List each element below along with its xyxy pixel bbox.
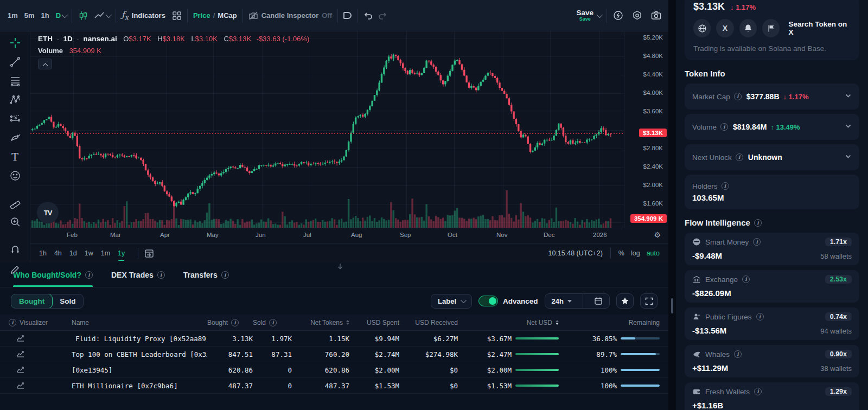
info-icon[interactable]: i [221, 271, 229, 279]
flow-card-smart-money[interactable]: Smart Moneyi-$9.48M1.71x58 wallets [685, 233, 859, 265]
token-info-card-next-unlock[interactable]: Next UnlockiUnknown [685, 144, 859, 170]
forecast-tool[interactable] [9, 113, 22, 125]
visualizer-cell[interactable] [9, 365, 72, 375]
alerts-bell-button[interactable] [739, 19, 757, 37]
info-icon[interactable]: i [720, 123, 728, 131]
info-icon[interactable]: i [231, 319, 239, 326]
header-bought[interactable]: Boughti [207, 319, 253, 326]
percent-scale-button[interactable]: % [618, 249, 624, 257]
table-row[interactable]: ETH Millionaire [0x7c9ba6]487.370487.37$… [0, 378, 668, 394]
month-tick-Apr[interactable]: Apr [160, 232, 170, 238]
range-4h[interactable]: 4h [54, 249, 62, 257]
fib-lines-tool[interactable] [9, 75, 22, 87]
header-usd-spent[interactable]: USD Spent [349, 319, 399, 326]
advanced-toggle[interactable] [478, 296, 498, 306]
legend-collapse-button[interactable] [38, 59, 52, 69]
month-tick-Oct[interactable]: Oct [448, 232, 457, 238]
header-visualizer[interactable]: iVisualizer [9, 319, 72, 326]
table-row[interactable]: [0xe13945]620.860620.86$2.00M$0$2.00M100… [0, 362, 668, 378]
magnet-tool[interactable] [9, 243, 22, 255]
line-style-chevron-icon[interactable] [106, 11, 112, 17]
timeframe-5m[interactable]: 5m [24, 11, 35, 20]
crosshair-tool[interactable] [9, 37, 22, 49]
info-icon[interactable]: i [734, 93, 742, 100]
ruler-tool[interactable] [9, 197, 22, 209]
log-scale-button[interactable]: log [631, 249, 640, 257]
table-row[interactable]: Top 100 on CBETH Leaderboard [0x3…847.51… [0, 347, 668, 362]
save-button[interactable]: Save Save [576, 9, 593, 22]
candle-style-icon[interactable] [78, 10, 88, 21]
info-icon[interactable]: i [754, 219, 762, 227]
tradingview-logo[interactable]: TV [37, 202, 59, 223]
header-remaining[interactable]: Remaining [559, 319, 660, 326]
range-1y[interactable]: 1y [118, 249, 125, 257]
axis-settings-gear-icon[interactable]: ⚙ [654, 230, 661, 239]
pattern-tool[interactable] [9, 94, 22, 106]
chevron-down-icon[interactable] [845, 92, 852, 101]
alert-icon[interactable] [612, 10, 624, 21]
clock[interactable]: 10:15:48 (UTC+2) [548, 249, 602, 257]
trendline-tool[interactable] [9, 56, 22, 68]
timeframe-1m[interactable]: 1m [8, 11, 18, 20]
token-info-card-market-cap[interactable]: Market Capi$377.88B↓ 1.17% [685, 84, 859, 110]
vertical-scrollbar[interactable] [671, 298, 673, 313]
timeframe-chevron-icon[interactable] [62, 11, 68, 17]
d-icon[interactable] [343, 12, 352, 19]
flow-card-whales[interactable]: Whalesi+$11.29M0.90x38 wallets [685, 345, 859, 377]
range-1m[interactable]: 1m [101, 249, 110, 257]
chevron-down-icon[interactable] [845, 123, 852, 131]
timeframe-1h[interactable]: 1h [41, 11, 49, 20]
chart-legend[interactable]: ETH · 1D · nansen.ai O$3.17K H$3.18K L$3… [38, 35, 309, 43]
info-icon[interactable]: i [756, 313, 764, 321]
flow-card-public-figures[interactable]: Public Figuresi-$13.56M0.74x94 wallets [685, 308, 859, 340]
brush-tool[interactable] [9, 132, 22, 144]
text-tool[interactable]: T [9, 151, 22, 163]
header-net-tokens[interactable]: Net Tokens [292, 319, 349, 326]
chart-line-icon[interactable] [16, 381, 25, 391]
timeframe-D[interactable]: D [56, 11, 61, 20]
range-1w[interactable]: 1w [85, 249, 93, 257]
month-tick-Aug[interactable]: Aug [351, 232, 362, 238]
info-icon[interactable]: i [9, 319, 16, 326]
name-cell[interactable]: ETH Millionaire [0x7c9ba6] [72, 382, 207, 390]
tab-transfers[interactable]: Transfersi [183, 262, 229, 287]
header-net-usd[interactable]: Net USD [458, 319, 559, 326]
chart-line-icon[interactable] [16, 365, 25, 375]
emoji-tool[interactable] [9, 170, 22, 182]
fx-icon[interactable]: ƒx [122, 10, 129, 21]
info-icon[interactable]: i [734, 350, 742, 358]
month-tick-May[interactable]: May [207, 232, 219, 238]
website-globe-button[interactable] [693, 19, 711, 37]
tab-who-bought-sold-[interactable]: Who Bought/Sold?i [13, 262, 93, 287]
visualizer-cell[interactable] [9, 334, 72, 344]
info-icon[interactable]: i [269, 319, 277, 326]
time-range-value[interactable]: 24h [545, 294, 578, 308]
auto-scale-button[interactable]: auto [647, 249, 660, 257]
save-chevron-icon[interactable] [597, 11, 603, 17]
flow-card-fresh-wallets[interactable]: Fresh Walletsi+$1.16B1.29x [685, 382, 859, 410]
tab-dex-trades[interactable]: DEX Tradesi [111, 262, 165, 287]
search-token-on-x[interactable]: Search Token on X [788, 20, 851, 36]
redo-icon[interactable] [378, 10, 388, 21]
camera-icon[interactable] [650, 10, 662, 21]
layout-grid-icon[interactable] [172, 11, 182, 21]
price-mode-button[interactable]: Price [193, 11, 210, 20]
name-cell[interactable]: [0xe13945] [72, 366, 207, 374]
month-tick-2026[interactable]: 2026 [593, 232, 607, 238]
info-icon[interactable]: i [85, 271, 93, 279]
flow-card-exchange[interactable]: Exchangei-$826.09M2.53x [685, 270, 859, 303]
info-icon[interactable]: i [157, 271, 165, 279]
candle-inspector-icon[interactable] [248, 11, 258, 21]
chart-line-icon[interactable] [16, 349, 25, 360]
panel-resize-arrow-icon[interactable] [336, 264, 344, 272]
volume-legend[interactable]: Volume 354.909 K [38, 47, 101, 55]
info-icon[interactable]: i [753, 238, 761, 246]
name-cell[interactable]: Fluid: Liquidity Proxy [0x52aa89] [72, 335, 207, 343]
table-row[interactable]: Fluid: Liquidity Proxy [0x52aa89]3.13K1.… [0, 331, 668, 347]
month-tick-Jun[interactable]: Jun [256, 232, 266, 238]
month-tick-Sep[interactable]: Sep [400, 232, 411, 238]
sold-segment[interactable]: Sold [52, 294, 83, 308]
month-tick-Feb[interactable]: Feb [67, 232, 78, 238]
go-to-date-icon[interactable] [144, 248, 155, 259]
price-chart-canvas[interactable] [30, 31, 624, 228]
